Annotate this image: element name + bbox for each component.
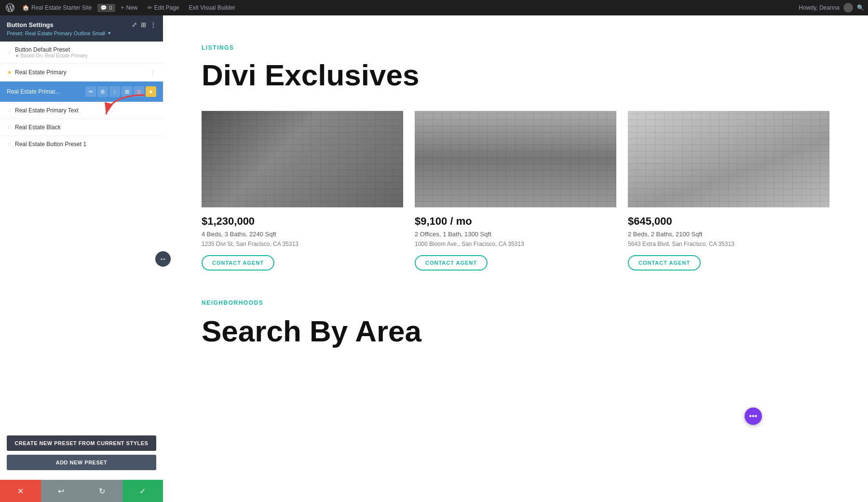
preset-item-default[interactable]: ☆ Button Default Preset ★ Based On: Real… [0, 41, 163, 64]
neighborhoods-section: NEIGHBORHOODS Search By Area [202, 299, 829, 348]
cancel-button[interactable]: ✕ [0, 480, 41, 502]
columns-icon[interactable]: ⊞ [141, 21, 146, 28]
listings-label: LISTINGS [202, 44, 829, 51]
preset-sub-default: ★ Based On: Real Estate Primary [15, 53, 88, 58]
more-options-icon[interactable]: ⋮ [150, 21, 156, 28]
property-card-3: $645,000 2 Beds, 2 Baths, 2100 Sqft 5643… [628, 111, 829, 271]
property-price-1: $1,230,000 [202, 215, 403, 228]
property-card-2: $9,100 / mo 2 Offices, 1 Bath, 1300 Sqft… [415, 111, 616, 271]
listings-title: Divi Exclusives [202, 59, 829, 92]
active-preset-toolbar: ✏ ⚙ ↑ ⊞ 🗑 ★ [85, 86, 156, 97]
export-preset-btn[interactable]: ↑ [109, 86, 120, 97]
avatar [843, 3, 853, 13]
property-card-1: $1,230,000 4 Beds, 3 Baths, 2240 Sqft 12… [202, 111, 403, 271]
settings-panel: Button Settings ⤢ ⊞ ⋮ Preset: Real Estat… [0, 15, 163, 502]
save-button[interactable]: ✓ [122, 480, 163, 502]
search-icon[interactable]: 🔍 [857, 4, 864, 11]
comment-icon: 💬 [100, 5, 107, 11]
panel-subtitle[interactable]: Preset: Real Estate Primary Outline Smal… [7, 30, 156, 36]
preset-item-primary[interactable]: ★ Real Estate Primary ⋮ [0, 64, 163, 81]
edit-page-link[interactable]: ✏ Edit Page [144, 2, 183, 13]
property-details-1: 4 Beds, 3 Baths, 2240 Sqft [202, 231, 403, 238]
preset-item-text[interactable]: ☆ Real Estate Primary Text [0, 102, 163, 119]
property-address-3: 5643 Extra Blvd, San Fracisco, CA 35313 [628, 241, 829, 247]
property-image-3 [628, 111, 829, 207]
new-post-link[interactable]: + New [117, 2, 142, 13]
fullscreen-icon[interactable]: ⤢ [132, 21, 137, 28]
preset-name-preset1: Real Estate Button Preset 1 [15, 141, 86, 148]
comment-count[interactable]: 💬 0 [97, 4, 115, 12]
create-preset-button[interactable]: CREATE NEW PRESET FROM CURRENT STYLES [7, 435, 156, 451]
redo-button[interactable]: ↻ [81, 480, 122, 502]
exit-builder-link[interactable]: Exit Visual Builder [185, 2, 240, 13]
contact-agent-btn-3[interactable]: CONTACT AGENT [628, 255, 701, 271]
listings-section: LISTINGS Divi Exclusives $1,230,000 4 Be… [202, 44, 829, 271]
action-buttons: CREATE NEW PRESET FROM CURRENT STYLES AD… [0, 429, 163, 477]
preset-name-active: Real Estate Primar... [7, 88, 60, 95]
settings-preset-btn[interactable]: ⚙ [97, 86, 108, 97]
property-details-3: 2 Beds, 2 Baths, 2100 Sqft [628, 231, 829, 238]
property-details-2: 2 Offices, 1 Bath, 1300 Sqft [415, 231, 616, 238]
star-icon-default: ☆ [7, 49, 12, 56]
preset-item-preset1[interactable]: ☆ Real Estate Button Preset 1 [0, 136, 163, 152]
star-icon-black: ☆ [7, 124, 12, 131]
star-icon-text: ☆ [7, 107, 12, 114]
neighborhoods-label: NEIGHBORHOODS [202, 299, 829, 306]
property-address-2: 1000 Bloom Ave., San Fracisco, CA 35313 [415, 241, 616, 247]
preset-name-text: Real Estate Primary Text [15, 107, 79, 114]
star-icon-preset1: ☆ [7, 141, 12, 148]
site-name-link[interactable]: 🏠 Real Estate Starter Site [18, 2, 95, 13]
duplicate-preset-btn[interactable]: ⊞ [122, 86, 132, 97]
property-price-2: $9,100 / mo [415, 215, 616, 228]
star-icon-primary: ★ [7, 69, 12, 76]
contact-agent-btn-2[interactable]: CONTACT AGENT [415, 255, 488, 271]
star-preset-btn[interactable]: ★ [146, 86, 156, 97]
site-icon: 🏠 [22, 4, 29, 11]
property-grid: $1,230,000 4 Beds, 3 Baths, 2240 Sqft 12… [202, 111, 829, 271]
preset-more-icon[interactable]: ⋮ [149, 68, 156, 76]
undo-button[interactable]: ↩ [41, 480, 82, 502]
preset-name-default: Button Default Preset [15, 46, 88, 53]
panel-title: Button Settings ⤢ ⊞ ⋮ [7, 21, 156, 28]
property-price-3: $645,000 [628, 215, 829, 228]
add-preset-button[interactable]: ADD NEW PRESET [7, 455, 156, 470]
preset-list: ☆ Button Default Preset ★ Based On: Real… [0, 41, 163, 429]
contact-agent-btn-1[interactable]: CONTACT AGENT [202, 255, 274, 271]
panel-title-icons: ⤢ ⊞ ⋮ [132, 21, 156, 28]
plus-icon: + [121, 4, 124, 11]
wordpress-logo[interactable] [4, 1, 16, 14]
admin-bar-right: Howdy, Deanna 🔍 [799, 3, 865, 13]
preset-name-primary: Real Estate Primary [15, 69, 67, 76]
expand-handle[interactable]: ↔ [155, 251, 171, 267]
preset-name-black: Real Estate Black [15, 124, 61, 131]
admin-bar: 🏠 Real Estate Starter Site 💬 0 + New ✏ E… [0, 0, 868, 15]
preset-item-black[interactable]: ☆ Real Estate Black [0, 119, 163, 136]
purple-menu-dot[interactable]: ••• [745, 407, 762, 425]
pencil-icon: ✏ [148, 4, 152, 11]
property-image-1 [202, 111, 403, 207]
delete-preset-btn[interactable]: 🗑 [134, 86, 144, 97]
property-address-1: 1235 Divi St, San Fracisco, CA 35313 [202, 241, 403, 247]
edit-preset-btn[interactable]: ✏ [85, 86, 96, 97]
page-content: LISTINGS Divi Exclusives $1,230,000 4 Be… [163, 15, 868, 502]
preset-item-active[interactable]: Real Estate Primar... ✏ ⚙ ↑ ⊞ 🗑 ★ [0, 81, 163, 102]
bottom-bar: ✕ ↩ ↻ ✓ [0, 480, 163, 502]
panel-header: Button Settings ⤢ ⊞ ⋮ Preset: Real Estat… [0, 15, 163, 41]
neighborhoods-title: Search By Area [202, 314, 829, 348]
dropdown-caret: ▼ [107, 31, 111, 36]
property-image-2 [415, 111, 616, 207]
